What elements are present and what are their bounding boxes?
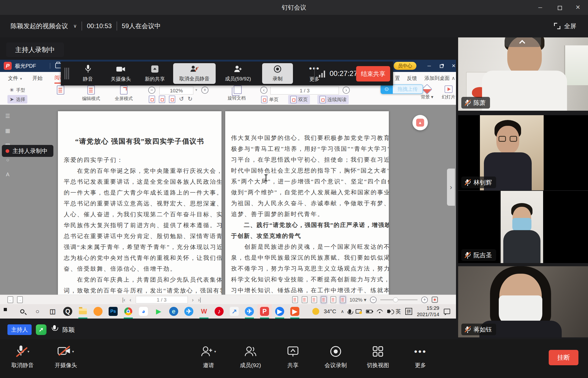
wps-icon[interactable]: W (197, 304, 211, 319)
read-mode-button[interactable] (48, 85, 73, 94)
sidebar-grid-icon[interactable]: ▦ (4, 127, 11, 134)
pdf-close-button[interactable]: ✕ (448, 60, 459, 72)
actual-size-icon[interactable] (149, 96, 155, 103)
status-fit-width-icon[interactable] (311, 296, 317, 303)
status-zoom-level[interactable]: 102% ▾ (350, 297, 366, 303)
select-tool-button[interactable]: ➤ 选择 (7, 95, 27, 104)
unmute-all-button[interactable]: 取消全员静音 (173, 63, 216, 84)
netease-music-icon[interactable]: ♪ (212, 304, 226, 319)
green-player-icon[interactable]: ▶ (151, 304, 166, 319)
first-page-button[interactable]: |‹ (122, 297, 125, 303)
status-zoom-in[interactable]: + (421, 297, 428, 303)
hand-tool-button[interactable]: ✳ 手型 (7, 86, 27, 94)
new-share-button[interactable]: 新的共享 (139, 63, 171, 84)
invite-button[interactable]: ▾ 邀请 (201, 344, 216, 369)
language-pinyin[interactable]: 拼 (405, 308, 412, 315)
status-page-indicator[interactable]: 1 / 3 (136, 296, 188, 303)
collapse-videos-button[interactable] (505, 37, 541, 47)
next-page-floating-button[interactable]: › (447, 169, 455, 206)
qq-icon[interactable]: Q (61, 304, 75, 319)
dingtalk-icon[interactable]: ✈ (242, 304, 257, 319)
status-continuous-icon[interactable] (321, 296, 327, 303)
menu-add-to-desktop[interactable]: 添加到桌面 (424, 72, 450, 84)
file-explorer-icon[interactable] (76, 304, 90, 319)
video-tile-2[interactable]: 林钊辉 (458, 115, 588, 190)
mute-button[interactable]: 静音 (72, 63, 104, 84)
zoom-slider-thumb[interactable] (393, 297, 398, 302)
share-button-bottom[interactable]: 共享 (287, 344, 299, 369)
fullscreen-toggle[interactable]: 全屏 (554, 15, 576, 37)
battery-icon[interactable] (366, 310, 372, 313)
single-page-button[interactable]: 单页 (259, 95, 281, 104)
temperature[interactable]: 34°C (324, 308, 336, 315)
menu-feedback[interactable]: 反馈 (407, 72, 417, 84)
member-center-button[interactable]: 员中心 (394, 62, 416, 70)
continuous-read-button[interactable]: 连续阅读 (317, 95, 349, 104)
baidu-netdisk-icon[interactable]: ◕ (136, 304, 151, 319)
video-tile-4[interactable]: 蒋如钰 (458, 266, 588, 337)
zoom-level-input[interactable]: 102% (159, 87, 193, 94)
status-fit-page-icon[interactable] (302, 296, 308, 303)
meeting-app-icon[interactable]: ▶ (272, 304, 287, 319)
zoom-dropdown-caret[interactable]: ▼ (195, 88, 198, 92)
toolbar-drag-handle[interactable] (65, 68, 69, 79)
search-button[interactable] (15, 304, 29, 319)
collapse-ribbon-icon[interactable]: ∧ (451, 72, 455, 84)
zoom-out-button[interactable]: − (148, 87, 155, 94)
firefox-icon[interactable] (91, 304, 105, 319)
camera-on-button[interactable]: ▾ 开摄像头 (55, 344, 77, 369)
last-page-button[interactable]: ›| (198, 297, 201, 303)
fit-page-icon[interactable] (159, 96, 165, 103)
zoom-slider[interactable] (380, 299, 417, 300)
blue-bird-app-icon[interactable]: ✈ (182, 304, 196, 319)
fullscreen-mode-button[interactable]: 全屏模式 (112, 85, 136, 102)
cortana-button[interactable]: ○ (30, 304, 45, 319)
sidebar-text-icon[interactable]: A (4, 171, 11, 178)
sidebar-search-icon[interactable]: ○ (4, 156, 11, 163)
page-back-icon[interactable]: ← (7, 296, 13, 303)
drag-upload-widget[interactable]: ⊙ 拖拽上传 (381, 84, 423, 94)
task-view-button[interactable]: ◫ (45, 304, 60, 319)
hidden-icons-chevron[interactable]: ∧ (341, 309, 344, 314)
prev-page-button-status[interactable]: ‹ (130, 297, 131, 303)
meeting-record-button[interactable]: 会议录制 (325, 344, 347, 369)
more-button-bottom[interactable]: ••• 更多 (414, 344, 427, 369)
edit-mode-button[interactable]: 编辑模式 (79, 85, 103, 102)
floating-widget-button[interactable]: ▲ (412, 115, 428, 130)
members-button[interactable]: 成员(59/92) (218, 63, 258, 84)
weather-icon[interactable] (312, 308, 319, 315)
clock[interactable]: 15:29 2021/7/14 (417, 305, 439, 318)
status-zoom-out[interactable]: − (370, 297, 377, 303)
fit-width-icon[interactable] (169, 96, 175, 103)
pdf-minimize-button[interactable]: ─ (424, 60, 434, 72)
video-tile-3[interactable]: 阮吉圣 (458, 191, 588, 263)
chevron-down-icon[interactable]: ∨ (73, 23, 77, 29)
tray-cast-icon[interactable] (356, 309, 361, 313)
zoom-in-button[interactable]: + (201, 87, 208, 94)
tray-mic-icon[interactable] (348, 309, 351, 313)
chevron-down-icon[interactable]: ▾ (214, 349, 216, 354)
double-page-button[interactable]: 双页 (288, 95, 310, 104)
meeting-title[interactable]: 陈颖发起的视频会议 (11, 22, 68, 30)
maximize-button[interactable] (551, 0, 568, 15)
pdf-restore-button[interactable] (436, 60, 447, 72)
switch-view-button[interactable]: 切换视图 (367, 344, 389, 369)
rotate-document-button[interactable]: 旋转文档 (224, 85, 249, 101)
sidebar-thumbnails-icon[interactable]: ☰ (4, 113, 11, 119)
menu-file[interactable]: 文件 ▼ (8, 72, 23, 84)
orange-player-icon[interactable]: ▶ (288, 304, 302, 319)
edge-icon[interactable]: e (167, 304, 181, 319)
chevron-down-icon[interactable]: ▾ (27, 349, 29, 354)
menu-home[interactable]: 开始 (32, 72, 42, 84)
start-button[interactable] (0, 304, 14, 319)
notification-center-icon[interactable] (444, 309, 450, 314)
status-double-icon[interactable] (340, 296, 346, 303)
page-forward-icon[interactable]: → (17, 296, 23, 303)
camera-off-button[interactable]: 关摄像头 (105, 63, 137, 84)
next-page-button[interactable]: › (343, 87, 350, 94)
end-share-button[interactable]: 结束共享 (356, 66, 390, 81)
rotate-right-icon[interactable]: ↻ (188, 96, 192, 103)
wifi-icon[interactable] (377, 309, 383, 313)
focus-mode-icon[interactable] (432, 297, 438, 303)
unmute-self-button[interactable]: ▾ 取消静音 (11, 344, 34, 369)
